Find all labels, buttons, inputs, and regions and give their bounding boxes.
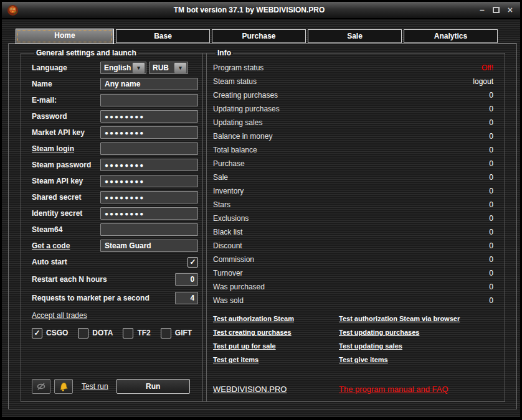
- requests-per-second-input[interactable]: [175, 292, 198, 304]
- check-icon: ✓: [190, 258, 196, 266]
- currency-select[interactable]: RUB ▾: [149, 62, 188, 74]
- info-row: Total balance0: [213, 143, 493, 157]
- general-settings-panel: General settings and launch Language Eng…: [21, 49, 207, 402]
- info-row: Was purchased0: [213, 280, 493, 294]
- test-authorization-steam-browser-link[interactable]: Test authorization Steam via browser: [339, 315, 460, 322]
- test-get-items-link[interactable]: Test get items: [213, 356, 259, 363]
- get-a-code-link[interactable]: Get a code: [32, 241, 100, 250]
- webdivision-site-link[interactable]: WEBDIVISION.PRO: [213, 385, 339, 394]
- info-row: Black list0: [213, 225, 493, 239]
- get-a-code-row: Get a code: [32, 238, 198, 254]
- market-api-key-label: Market API key: [32, 128, 100, 137]
- app-window: TM bot version 37.1 by WEBDIVISION.PRO –…: [0, 0, 522, 420]
- tab-bar: Home Base Purchase Sale Analytics: [16, 29, 498, 44]
- tab-sale[interactable]: Sale: [308, 29, 402, 43]
- restart-hours-label: Restart each N hours: [32, 275, 107, 284]
- test-authorization-steam-link[interactable]: Test authorization Steam: [213, 315, 294, 322]
- restart-hours-input[interactable]: [175, 273, 198, 286]
- steam-guard-code-field[interactable]: [100, 240, 198, 252]
- steam-password-field[interactable]: [100, 159, 198, 171]
- email-label: E-mail:: [32, 96, 100, 105]
- auto-start-label: Auto start: [32, 258, 67, 266]
- test-put-up-for-sale-link[interactable]: Test put up for sale: [213, 342, 276, 350]
- general-settings-title: General settings and launch: [34, 49, 138, 57]
- shared-secret-label: Shared secret: [32, 193, 100, 202]
- dota-label: DOTA: [92, 329, 113, 337]
- info-row: Exclusions0: [213, 212, 493, 225]
- chevron-down-icon[interactable]: ▾: [174, 62, 187, 73]
- window-title: TM bot version 37.1 by WEBDIVISION.PRO: [19, 6, 480, 14]
- dota-checkbox[interactable]: [78, 328, 88, 338]
- test-run-link[interactable]: Test run: [82, 382, 108, 391]
- accept-all-trades-link[interactable]: Accept all trades: [32, 311, 87, 320]
- auto-start-checkbox[interactable]: ✓: [187, 257, 198, 268]
- steam64-row: Steam64: [32, 222, 198, 238]
- info-row: Creating purchases0: [213, 88, 493, 102]
- info-row: Commission0: [213, 253, 493, 266]
- market-api-key-field[interactable]: [100, 126, 198, 139]
- steam-api-key-field[interactable]: [100, 175, 198, 187]
- check-icon: ✓: [34, 329, 40, 337]
- gift-checkbox[interactable]: [161, 328, 171, 338]
- info-row: Steam statuslogout: [213, 75, 493, 88]
- tab-home[interactable]: Home: [16, 29, 114, 44]
- info-row: Purchase0: [213, 157, 493, 170]
- name-input[interactable]: [100, 78, 198, 90]
- program-status-value: Off!: [482, 63, 493, 72]
- steam-login-field[interactable]: [100, 142, 198, 155]
- tab-base[interactable]: Base: [116, 29, 210, 43]
- info-row: Program statusOff!: [213, 61, 493, 75]
- steam64-field[interactable]: [100, 223, 198, 236]
- name-label: Name: [32, 80, 100, 88]
- app-logo-icon: [7, 4, 19, 16]
- shared-secret-row: Shared secret: [32, 189, 198, 205]
- test-links-grid: Test authorization Steam Test authorizat…: [213, 312, 493, 366]
- identity-secret-row: Identity secret: [32, 205, 198, 222]
- info-row: Sale0: [213, 170, 493, 184]
- chevron-down-icon[interactable]: ▾: [132, 62, 145, 73]
- test-give-items-link[interactable]: Test give items: [339, 356, 388, 363]
- language-label: Language: [32, 63, 100, 72]
- csgo-label: CSGO: [46, 329, 68, 337]
- game-checkboxes-row: ✓ CSGO DOTA TF2 GIFT: [32, 325, 198, 341]
- footer-links-row: WEBDIVISION.PRO The program manual and F…: [213, 385, 493, 394]
- eye-off-icon: [36, 381, 46, 391]
- manual-faq-link[interactable]: The program manual and FAQ: [339, 385, 493, 394]
- tf2-checkbox[interactable]: [123, 328, 133, 338]
- info-panel: Info Program statusOff! Steam statuslogo…: [202, 49, 505, 402]
- info-row: Updating purchases0: [213, 102, 493, 116]
- name-row: Name: [32, 76, 198, 92]
- shared-secret-field[interactable]: [100, 191, 198, 203]
- steam-password-row: Steam password: [32, 157, 198, 173]
- run-button[interactable]: Run: [116, 379, 190, 394]
- requests-per-second-row: Requests to market per a second: [32, 289, 198, 307]
- info-row: Was sold0: [213, 294, 493, 307]
- steam-api-key-row: Steam API key: [32, 173, 198, 189]
- tab-analytics[interactable]: Analytics: [404, 29, 498, 43]
- language-select[interactable]: English ▾: [100, 62, 146, 74]
- password-label: Password: [32, 112, 100, 121]
- test-updating-purchases-link[interactable]: Test updating purchases: [339, 329, 419, 336]
- hide-button[interactable]: [32, 379, 50, 394]
- info-title: Info: [216, 49, 233, 57]
- test-creating-purchases-link[interactable]: Test creating purchases: [213, 329, 292, 336]
- minimize-icon[interactable]: –: [480, 6, 485, 14]
- identity-secret-field[interactable]: [100, 207, 198, 220]
- info-row: Discount0: [213, 239, 493, 253]
- sound-button[interactable]: [54, 379, 73, 394]
- market-api-key-row: Market API key: [32, 124, 198, 141]
- tab-purchase[interactable]: Purchase: [212, 29, 306, 43]
- maximize-icon[interactable]: [493, 7, 500, 13]
- test-updating-sales-link[interactable]: Test updating sales: [339, 342, 402, 350]
- requests-per-second-label: Requests to market per a second: [32, 294, 149, 302]
- steam-login-link[interactable]: Steam login: [32, 144, 100, 153]
- launch-buttons-row: Test run Run: [32, 379, 198, 394]
- steam-api-key-label: Steam API key: [32, 177, 100, 185]
- csgo-checkbox[interactable]: ✓: [32, 328, 42, 338]
- email-field[interactable]: [100, 94, 198, 106]
- info-row: Stars0: [213, 198, 493, 212]
- info-row: Inventory0: [213, 184, 493, 198]
- title-bar: TM bot version 37.1 by WEBDIVISION.PRO –…: [2, 2, 520, 19]
- close-icon[interactable]: ×: [508, 6, 513, 14]
- password-field[interactable]: [100, 110, 198, 123]
